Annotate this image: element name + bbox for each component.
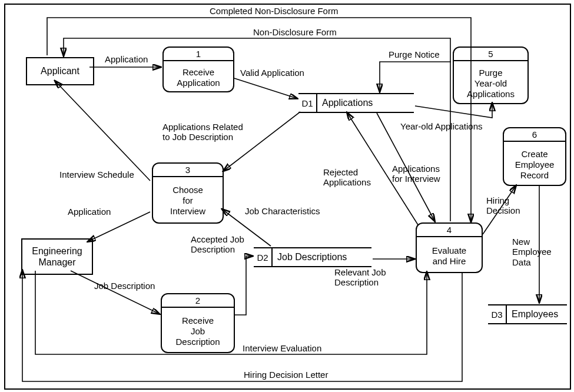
label-accepted-jd: Accepted Job Description bbox=[191, 234, 244, 255]
process-6-num: 6 bbox=[504, 128, 565, 142]
process-6: 6 Create Employee Record bbox=[503, 127, 566, 186]
process-5-name: Purge Year-old Applications bbox=[454, 61, 527, 106]
datastore-d1-key: D1 bbox=[298, 94, 317, 112]
datastore-d3-name: Employees bbox=[507, 305, 563, 323]
process-5: 5 Purge Year-old Applications bbox=[453, 46, 529, 104]
process-3-num: 3 bbox=[153, 164, 223, 177]
label-hiring-dec: Hiring Decision bbox=[486, 195, 520, 216]
process-1-name: Receive Application bbox=[164, 61, 233, 94]
process-3-name: Choose for Interview bbox=[153, 177, 223, 224]
label-application: Application bbox=[105, 54, 148, 64]
process-2-name: Receive Job Description bbox=[162, 308, 234, 355]
datastore-d3: D3 Employees bbox=[488, 304, 567, 324]
label-ndf: Non-Disclosure Form bbox=[253, 27, 337, 37]
label-rejected: Rejected Applications bbox=[323, 167, 371, 188]
datastore-d1-name: Applications bbox=[317, 94, 377, 112]
label-hiring-letter: Hiring Decision Letter bbox=[244, 370, 328, 380]
process-3: 3 Choose for Interview bbox=[152, 162, 224, 224]
process-4-num: 4 bbox=[417, 224, 482, 237]
label-interview-sched: Interview Schedule bbox=[59, 170, 134, 180]
label-job-desc: Job Description bbox=[94, 281, 155, 291]
process-2-num: 2 bbox=[162, 294, 234, 308]
label-interview-eval: Interview Evaluation bbox=[243, 343, 321, 353]
label-new-emp: New Employee Data bbox=[512, 237, 552, 267]
entity-applicant: Applicant bbox=[26, 57, 94, 85]
label-valid-app: Valid Application bbox=[240, 68, 304, 78]
process-5-num: 5 bbox=[454, 48, 527, 61]
label-application2: Application bbox=[68, 207, 111, 217]
dfd-diagram: Applicant Engineering Manager 1 Receive … bbox=[0, 0, 574, 392]
datastore-d3-key: D3 bbox=[488, 305, 507, 323]
label-job-chars: Job Characteristics bbox=[245, 206, 320, 216]
label-apps-for-int: Applications for Interview bbox=[392, 164, 440, 184]
datastore-d2-key: D2 bbox=[254, 248, 273, 266]
process-1-num: 1 bbox=[164, 48, 233, 61]
datastore-d1: D1 Applications bbox=[298, 93, 414, 113]
datastore-d2-name: Job Descriptions bbox=[273, 248, 351, 266]
label-year-old: Year-old Applications bbox=[400, 121, 483, 131]
process-4-name: Evaluate and Hire bbox=[417, 237, 482, 275]
process-6-name: Create Employee Record bbox=[504, 142, 565, 188]
label-completed-ndf: Completed Non-Disclosure Form bbox=[210, 6, 338, 16]
label-relevant-jd: Relevant Job Description bbox=[334, 267, 386, 288]
process-4: 4 Evaluate and Hire bbox=[416, 222, 483, 273]
entity-eng-mgr: Engineering Manager bbox=[21, 238, 93, 275]
process-2: 2 Receive Job Description bbox=[161, 293, 235, 353]
label-purge-notice: Purge Notice bbox=[389, 49, 440, 59]
process-1: 1 Receive Application bbox=[162, 46, 234, 92]
datastore-d2: D2 Job Descriptions bbox=[254, 247, 371, 267]
label-apps-related: Applications Related to Job Description bbox=[162, 122, 243, 142]
